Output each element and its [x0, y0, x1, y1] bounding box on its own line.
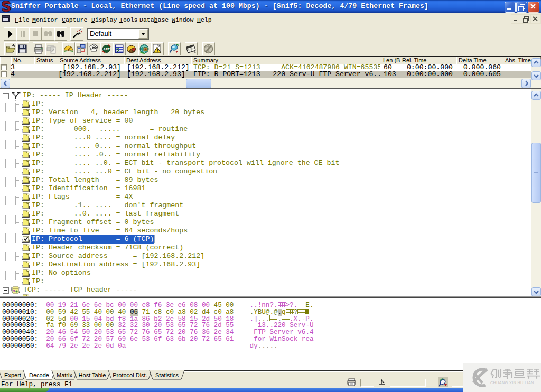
svg-text:ART: ART [103, 48, 110, 51]
svg-text:Protocol Dist.: Protocol Dist. [113, 372, 147, 378]
svg-text:Decode: Decode [29, 372, 49, 378]
svg-text:Statistics: Statistics [155, 372, 179, 378]
svg-text:CHUANG XIN HU LIAN: CHUANG XIN HU LIAN [490, 380, 534, 385]
svg-text:Host Table: Host Table [79, 372, 106, 378]
svg-text:Expert: Expert [4, 372, 21, 378]
svg-text:Matrix: Matrix [57, 372, 72, 378]
